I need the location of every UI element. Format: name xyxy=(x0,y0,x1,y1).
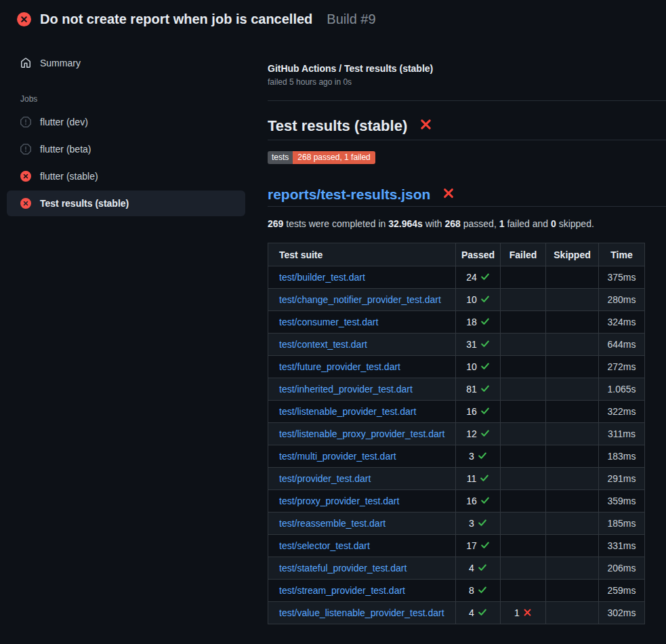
sidebar-item-job[interactable]: flutter (stable) xyxy=(7,163,245,189)
skipped-cell xyxy=(546,512,599,535)
check-icon xyxy=(478,518,487,529)
summary-passed: 268 xyxy=(445,218,461,229)
skipped-cell xyxy=(546,423,599,445)
failed-x-icon xyxy=(419,117,432,135)
jobs-list: flutter (dev)flutter (beta)flutter (stab… xyxy=(0,109,252,216)
passed-count: 10 xyxy=(466,294,477,305)
col-header-passed: Passed xyxy=(456,243,501,266)
job-label: Test results (stable) xyxy=(40,198,129,209)
col-header-test-suite: Test suite xyxy=(268,243,456,266)
check-icon xyxy=(480,496,490,507)
skipped-cell xyxy=(546,490,599,512)
job-label: flutter (stable) xyxy=(40,171,98,182)
skipped-cell xyxy=(546,356,599,378)
test-suite-link[interactable]: test/inherited_provider_test.dart xyxy=(279,384,413,395)
test-suite-link[interactable]: test/stateful_provider_test.dart xyxy=(279,563,407,573)
summary-text: with xyxy=(423,218,445,229)
time-cell: 331ms xyxy=(599,535,645,557)
test-suite-link[interactable]: test/consumer_test.dart xyxy=(279,317,378,327)
passed-cell: 4 xyxy=(456,602,501,624)
test-suite-link[interactable]: test/builder_test.dart xyxy=(279,272,365,283)
passed-count: 4 xyxy=(469,607,474,618)
report-heading: reports/test-results.json xyxy=(268,186,666,207)
test-suite-link[interactable]: test/selector_test.dart xyxy=(279,540,370,551)
test-suite-link[interactable]: test/multi_provider_test.dart xyxy=(279,451,396,462)
failed-cell xyxy=(501,535,546,557)
time-cell: 291ms xyxy=(599,468,645,490)
header-divider xyxy=(268,100,666,101)
failed-cell xyxy=(501,289,546,311)
table-row: test/proxy_provider_test.dart16359ms xyxy=(268,490,645,512)
passed-count: 10 xyxy=(466,361,477,372)
test-suite-link[interactable]: test/provider_test.dart xyxy=(279,473,371,484)
table-row: test/context_test.dart31644ms xyxy=(268,334,645,356)
sidebar-item-job[interactable]: flutter (dev) xyxy=(7,109,245,135)
skipped-cell xyxy=(546,401,599,423)
x-icon xyxy=(523,608,532,619)
passed-cell: 10 xyxy=(456,289,501,311)
test-suite-link[interactable]: test/reassemble_test.dart xyxy=(279,518,386,529)
sidebar: Summary Jobs flutter (dev)flutter (beta)… xyxy=(0,42,252,216)
skipped-cell xyxy=(546,445,599,468)
failed-count: 1 xyxy=(514,607,520,618)
job-label: flutter (beta) xyxy=(40,144,91,155)
failed-x-icon xyxy=(442,186,455,203)
summary-text: failed and xyxy=(505,218,551,229)
table-row: test/selector_test.dart17331ms xyxy=(268,535,645,557)
skipped-cell xyxy=(546,535,599,557)
passed-count: 3 xyxy=(469,451,474,462)
table-row: test/provider_test.dart11291ms xyxy=(268,468,645,490)
failed-cell xyxy=(501,266,546,289)
table-row: test/multi_provider_test.dart3183ms xyxy=(268,445,645,468)
passed-count: 24 xyxy=(466,272,477,283)
passed-count: 18 xyxy=(466,317,477,327)
failed-cell xyxy=(501,557,546,580)
test-suite-link[interactable]: test/context_test.dart xyxy=(279,339,367,350)
table-row: test/value_listenable_provider_test.dart… xyxy=(268,602,645,624)
table-header-row: Test suite Passed Failed Skipped Time xyxy=(268,243,645,266)
test-suite-link[interactable]: test/proxy_provider_test.dart xyxy=(279,496,399,506)
test-suite-link[interactable]: test/stream_provider_test.dart xyxy=(279,585,405,596)
badge-value: 268 passed, 1 failed xyxy=(293,151,375,164)
test-suite-link[interactable]: test/change_notifier_provider_test.dart xyxy=(279,294,441,305)
check-icon xyxy=(480,473,489,485)
passed-cell: 16 xyxy=(456,490,501,512)
summary-skipped: 0 xyxy=(551,218,556,229)
tests-badge: tests 268 passed, 1 failed xyxy=(268,151,375,164)
sidebar-item-summary[interactable]: Summary xyxy=(7,50,245,76)
passed-cell: 16 xyxy=(456,401,501,423)
table-row: test/listenable_provider_test.dart16322m… xyxy=(268,401,645,423)
main-content: GitHub Actions / Test results (stable) f… xyxy=(268,38,666,624)
time-cell: 272ms xyxy=(599,356,645,378)
test-suite-link[interactable]: test/listenable_provider_test.dart xyxy=(279,406,416,417)
passed-count: 17 xyxy=(466,540,477,551)
test-suite-link[interactable]: test/value_listenable_provider_test.dart xyxy=(279,607,444,618)
test-suite-link[interactable]: test/future_provider_test.dart xyxy=(279,361,400,372)
time-cell: 280ms xyxy=(599,289,645,311)
time-cell: 259ms xyxy=(599,580,645,602)
sidebar-item-job[interactable]: Test results (stable) xyxy=(7,190,245,216)
passed-count: 81 xyxy=(466,384,477,395)
check-icon xyxy=(478,585,487,597)
x-circle-icon xyxy=(20,171,31,182)
failed-cell xyxy=(501,445,546,468)
table-row: test/stateful_provider_test.dart4206ms xyxy=(268,557,645,580)
sidebar-item-job[interactable]: flutter (beta) xyxy=(7,136,245,162)
passed-cell: 18 xyxy=(456,311,501,334)
time-cell: 324ms xyxy=(599,311,645,334)
test-suite-link[interactable]: test/listenable_proxy_provider_test.dart xyxy=(279,428,444,439)
time-cell: 375ms xyxy=(599,266,645,289)
report-file-link[interactable]: reports/test-results.json xyxy=(268,186,430,203)
table-row: test/reassemble_test.dart3185ms xyxy=(268,512,645,535)
run-meta: failed 5 hours ago in 0s xyxy=(268,77,666,87)
passed-count: 4 xyxy=(469,563,474,573)
check-icon xyxy=(480,540,490,552)
time-cell: 206ms xyxy=(599,557,645,580)
col-header-failed: Failed xyxy=(501,243,546,266)
passed-cell: 3 xyxy=(456,512,501,535)
passed-count: 3 xyxy=(469,518,474,529)
table-row: test/stream_provider_test.dart8259ms xyxy=(268,580,645,602)
passed-cell: 11 xyxy=(456,468,501,490)
skipped-cell xyxy=(546,468,599,490)
passed-cell: 3 xyxy=(456,445,501,468)
